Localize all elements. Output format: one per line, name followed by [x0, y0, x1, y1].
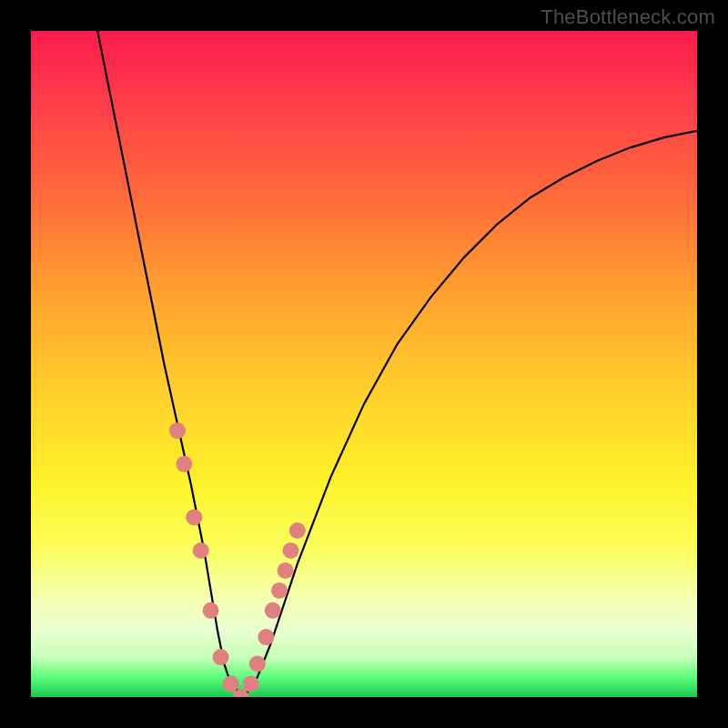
highlight-dot	[289, 522, 306, 539]
highlight-dot	[283, 542, 299, 559]
chart-svg	[31, 31, 697, 697]
plot-area	[31, 31, 697, 697]
highlight-dot	[213, 649, 229, 665]
bottleneck-curve	[97, 31, 697, 697]
highlight-dot	[271, 582, 288, 599]
highlight-dot	[258, 629, 274, 645]
highlight-dot	[278, 562, 294, 579]
highlight-dot	[243, 675, 259, 692]
highlight-dot	[193, 542, 209, 559]
chart-frame: TheBottleneck.com	[0, 0, 728, 728]
highlight-dot	[169, 422, 186, 439]
highlight-dot	[203, 602, 219, 619]
highlight-dot	[249, 655, 266, 672]
highlight-dot	[223, 675, 239, 692]
highlight-dot	[186, 509, 202, 525]
highlight-dot	[265, 602, 281, 619]
highlight-dot	[176, 456, 192, 472]
watermark-text: TheBottleneck.com	[541, 5, 715, 29]
highlight-dots	[169, 422, 306, 697]
